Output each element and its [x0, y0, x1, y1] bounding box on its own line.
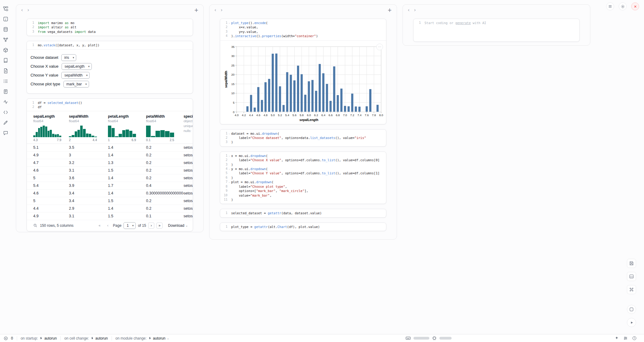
code-line: 8 label="Choose plot type", [221, 184, 384, 189]
plot-type-dropdown[interactable]: mark_bar [63, 81, 89, 87]
first-page-button[interactable]: « [96, 223, 102, 229]
code-line: 1import marimo as mo [27, 21, 190, 25]
table-cell: 3.1 [69, 214, 108, 218]
table-row[interactable]: 53.41.50.2setosa [27, 197, 193, 205]
column-histogram [69, 125, 97, 137]
fold-chevron-icon[interactable]: ⌄ [227, 131, 231, 136]
on-startup-setting[interactable]: on startup: autorun [21, 336, 57, 340]
dataset-dropdown[interactable]: iris [61, 54, 76, 61]
table-column-header[interactable]: sepalWidthfloat6424.4 [69, 114, 108, 142]
download-button[interactable]: Download⌄ [168, 223, 188, 228]
table-row[interactable]: 4.931.40.2setosa [27, 151, 193, 159]
keyboard-shortcuts-button[interactable] [627, 285, 636, 294]
outline-icon[interactable] [2, 77, 9, 85]
on-module-change-label: on module change: [116, 336, 147, 340]
table-row[interactable]: 4.63.11.50.2setosa [27, 167, 193, 174]
svg-text:6.8: 6.8 [336, 113, 340, 117]
chart-bar [254, 108, 256, 112]
table-row[interactable]: 4.42.91.40.2setosa [27, 205, 193, 212]
table-cell: 1.3 [108, 161, 146, 165]
code-editor[interactable]: 1plot_type = getattr(alt.Chart(df), plot… [220, 223, 386, 231]
code-editor[interactable]: 1mo.vstack([dataset, x, y, plot]) [27, 41, 193, 49]
move-column-right-button[interactable]: › [27, 8, 29, 12]
vstack-output: Choose datasetiris▾Choose X valuesepalLe… [27, 50, 193, 93]
move-column-left-button[interactable]: ‹ [214, 8, 216, 12]
scratchpad-icon[interactable] [2, 119, 9, 126]
save-button[interactable] [627, 259, 636, 268]
fold-chevron-icon[interactable]: ⌄ [227, 154, 231, 158]
layout-button[interactable] [627, 272, 636, 281]
svg-text:4.8: 4.8 [263, 113, 267, 117]
table-footer: 150 rows, 5 columns « ‹ Page 1▾ of 15 › … [27, 220, 193, 231]
notebook-icon[interactable] [2, 57, 9, 64]
table-cell: 0.30000000000000004 [146, 191, 184, 195]
notebook-menu-button[interactable] [606, 2, 614, 10]
move-column-right-button[interactable]: › [220, 8, 222, 12]
fold-chevron-icon[interactable]: ⌄ [227, 21, 231, 25]
clock-icon[interactable] [632, 336, 637, 340]
generate-with-ai-link[interactable]: generate [455, 21, 471, 25]
code-editor[interactable]: 1⌄plot_type().encode(2 x=x.value,3 y=y.v… [220, 19, 386, 41]
table-column-header[interactable]: petalWidthfloat640.12.5 [146, 114, 184, 142]
y-value-dropdown[interactable]: sepalWidth [61, 72, 90, 79]
packages-icon[interactable] [2, 46, 9, 54]
settings-button[interactable] [619, 2, 627, 10]
on-startup-value: autorun [44, 336, 57, 340]
table-row[interactable]: 4.73.21.30.2setosa [27, 159, 193, 167]
table-row[interactable]: 5.43.91.70.4setosa [27, 182, 193, 190]
variables-icon[interactable]: f [2, 15, 9, 23]
table-column-header[interactable]: speciesobjectunique:nulls: [184, 114, 193, 142]
code-editor[interactable]: 1 Start coding or generate with AI [413, 19, 579, 41]
add-column-button[interactable]: + [388, 8, 392, 13]
page-select[interactable]: 1 [123, 222, 136, 229]
snippets-icon[interactable] [2, 109, 9, 116]
table-row[interactable]: 4.93.11.50.1setosa [27, 212, 193, 220]
fold-chevron-icon [227, 176, 231, 180]
minimap-button[interactable] [627, 305, 636, 314]
code-line: 2df [27, 105, 190, 109]
move-column-right-button[interactable]: › [414, 8, 416, 12]
chevron-down-icon: ⌄ [185, 224, 188, 227]
file-explorer-icon[interactable] [2, 5, 9, 12]
run-all-button[interactable] [627, 318, 636, 327]
last-page-button[interactable]: » [156, 223, 163, 229]
code-editor[interactable]: 1import marimo as mo2import altair as al… [27, 19, 193, 36]
prev-page-button[interactable]: ‹ [105, 223, 111, 229]
table-row[interactable]: 53.61.40.2setosa [27, 174, 193, 182]
shutdown-button[interactable] [631, 2, 639, 10]
documentation-icon[interactable] [2, 88, 9, 95]
errors-indicator[interactable]: 0 [4, 336, 13, 340]
x-value-dropdown[interactable]: sepalLength [62, 63, 92, 70]
ai-sparkle-icon[interactable] [614, 336, 619, 340]
keyboard-icon[interactable] [406, 336, 411, 341]
code-editor[interactable]: 1⌄dataset = mo.ui.dropdown(2 label="Choo… [220, 130, 386, 146]
chart-more-button[interactable]: ··· [376, 44, 383, 50]
table-column-header[interactable]: sepalLengthfloat644.37.9 [33, 114, 69, 142]
fold-chevron-icon[interactable]: ⌄ [227, 167, 231, 171]
on-cell-change-setting[interactable]: on cell change: autorun [64, 336, 108, 340]
code-editor[interactable]: 1⌄x = mo.ui.dropdown(2 label="Choose X v… [220, 152, 386, 204]
dependencies-icon[interactable] [2, 36, 9, 43]
add-column-button[interactable]: + [194, 8, 199, 13]
search-icon[interactable] [33, 223, 38, 228]
table-row[interactable]: 4.63.41.40.30000000000000004setosa [27, 190, 193, 197]
table-cell: 0.2 [146, 199, 184, 203]
tracing-icon[interactable] [2, 98, 9, 105]
move-column-left-button[interactable]: ‹ [21, 8, 23, 12]
logs-icon[interactable] [2, 67, 9, 74]
next-page-button[interactable]: › [148, 223, 154, 229]
on-module-change-setting[interactable]: on module change: autorun ⌄ [116, 336, 169, 340]
move-column-left-button[interactable]: ‹ [408, 8, 410, 12]
table-column-header[interactable]: petalLengthfloat6416.9 [108, 114, 146, 142]
memory-meter[interactable] [413, 337, 429, 340]
table-row[interactable]: 5.13.51.40.2setosa [27, 144, 193, 151]
cpu-meter[interactable] [439, 337, 452, 340]
fold-chevron-icon[interactable]: ⌄ [227, 180, 231, 184]
datasources-icon[interactable] [2, 26, 9, 33]
altair-chart-output[interactable]: 4.04.24.44.64.85.05.25.45.65.86.06.26.46… [220, 41, 386, 124]
chat-icon[interactable] [2, 129, 9, 137]
bar-chart-svg: 4.04.24.44.64.85.05.25.45.65.86.06.26.46… [224, 44, 384, 123]
runtime-settings-icon[interactable] [623, 336, 628, 340]
code-editor[interactable]: 1selected_dataset = getattr(data, datase… [220, 209, 386, 217]
code-editor[interactable]: 1df = selected_dataset()2df [27, 99, 193, 112]
